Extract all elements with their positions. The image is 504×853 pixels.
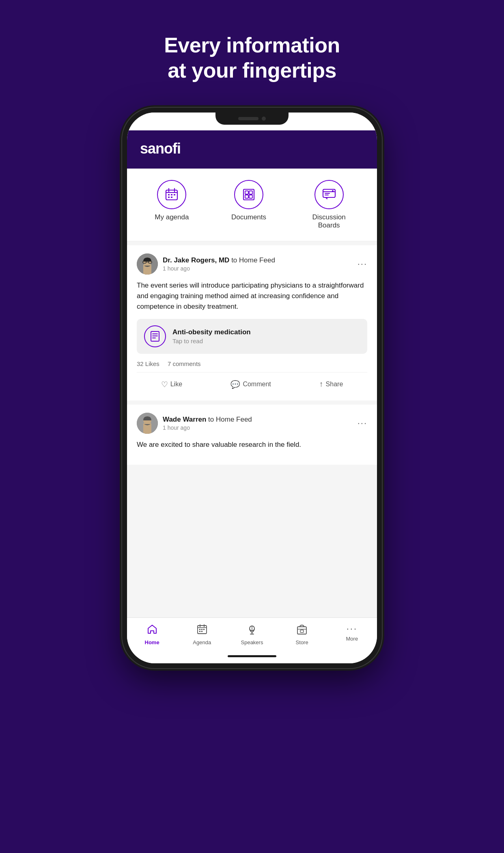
nav-store-label: Store <box>296 639 308 645</box>
like-label: Like <box>170 381 182 388</box>
svg-rect-39 <box>203 629 205 630</box>
nav-speakers-label: Speakers <box>241 639 263 645</box>
svg-rect-26 <box>151 331 159 341</box>
svg-rect-45 <box>297 627 306 634</box>
front-camera <box>262 117 266 121</box>
svg-rect-8 <box>171 197 172 198</box>
svg-rect-12 <box>245 195 248 198</box>
store-icon <box>296 624 308 638</box>
share-button[interactable]: ↑ Share <box>313 377 349 392</box>
status-bar <box>127 113 377 130</box>
svg-rect-4 <box>168 194 170 195</box>
discussion-boards-icon <box>314 180 344 209</box>
post-header-1: Dr. Jake Rogers, MD to Home Feed 1 hour … <box>137 253 367 275</box>
scroll-area[interactable]: My agenda <box>127 169 377 617</box>
comment-button[interactable]: 💬 Comment <box>224 377 277 392</box>
likes-count: 32 Likes <box>137 360 159 367</box>
post-actions-1: ♡ Like 💬 Comment ↑ Share <box>137 377 367 392</box>
quick-link-discussion-boards[interactable]: Discussion Boards <box>309 180 349 229</box>
notch <box>215 113 289 125</box>
svg-rect-47 <box>300 630 304 632</box>
post-stats-1: 32 Likes 7 comments <box>137 360 367 372</box>
post-header-2: Wade Warren to Home Feed 1 hour ago ··· <box>137 413 367 434</box>
app-logo: sanofi <box>140 140 364 157</box>
post-author-name-2: Wade Warren to Home Feed <box>163 416 252 424</box>
avatar-wade <box>137 413 158 434</box>
post-author-info-2: Wade Warren to Home Feed 1 hour ago <box>137 413 252 434</box>
share-label: Share <box>326 381 343 388</box>
doc-subtitle: Tap to read <box>172 338 251 344</box>
avatar-dr-jake <box>137 253 158 275</box>
like-button[interactable]: ♡ Like <box>155 377 189 392</box>
nav-more-label: More <box>346 636 358 642</box>
post-destination-1: to Home Feed <box>231 256 275 264</box>
quick-link-my-agenda[interactable]: My agenda <box>155 180 189 229</box>
svg-rect-22 <box>143 264 151 275</box>
home-icon <box>146 624 158 638</box>
svg-rect-37 <box>199 629 200 630</box>
comment-icon: 💬 <box>230 380 240 389</box>
home-bar <box>228 655 276 657</box>
doc-title: Anti-obesity medication <box>172 328 251 336</box>
post-card-1: Dr. Jake Rogers, MD to Home Feed 1 hour … <box>127 245 377 401</box>
documents-icon <box>234 180 263 209</box>
post-body-2: We are excited to share valuable researc… <box>137 439 367 450</box>
more-icon: ··· <box>347 624 358 634</box>
app-header: sanofi <box>127 130 377 169</box>
agenda-icon <box>196 624 208 638</box>
nav-speakers[interactable]: Speakers <box>236 622 268 647</box>
home-indicator <box>127 649 377 663</box>
my-agenda-label: My agenda <box>155 213 189 221</box>
post-card-2: Wade Warren to Home Feed 1 hour ago ··· … <box>127 405 377 465</box>
quick-links-card: My agenda <box>127 169 377 241</box>
svg-rect-10 <box>245 191 248 194</box>
nav-agenda-label: Agenda <box>193 639 211 645</box>
heart-icon: ♡ <box>161 380 168 389</box>
svg-rect-7 <box>168 197 170 198</box>
svg-rect-11 <box>249 191 252 194</box>
phone-mockup: sanofi <box>122 108 382 668</box>
hero-text: Every information at your fingertips <box>164 32 340 83</box>
svg-rect-38 <box>201 629 202 630</box>
svg-rect-40 <box>199 631 200 632</box>
nav-agenda[interactable]: Agenda <box>186 622 218 647</box>
post-time-1: 1 hour ago <box>163 265 275 272</box>
doc-preview-icon <box>144 325 166 347</box>
speakers-icon <box>246 624 258 638</box>
speaker-grill <box>238 117 258 120</box>
comment-label: Comment <box>243 381 271 388</box>
post-menu-1[interactable]: ··· <box>358 259 367 269</box>
svg-rect-6 <box>174 194 175 195</box>
doc-preview-1[interactable]: Anti-obesity medication Tap to read <box>137 319 367 354</box>
svg-rect-41 <box>201 631 202 632</box>
post-destination-2: to Home Feed <box>208 416 252 423</box>
svg-rect-5 <box>171 194 172 195</box>
quick-link-documents[interactable]: Documents <box>231 180 266 229</box>
documents-label: Documents <box>231 213 266 221</box>
post-author-info-1: Dr. Jake Rogers, MD to Home Feed 1 hour … <box>137 253 275 275</box>
nav-home[interactable]: Home <box>136 622 168 647</box>
post-author-name-1: Dr. Jake Rogers, MD to Home Feed <box>163 256 275 264</box>
discussion-boards-label: Discussion Boards <box>309 213 349 229</box>
nav-store[interactable]: Store <box>286 622 318 647</box>
svg-rect-13 <box>249 195 252 198</box>
my-agenda-icon <box>157 180 186 209</box>
bottom-nav: Home <box>127 617 377 649</box>
post-time-2: 1 hour ago <box>163 424 252 431</box>
nav-more[interactable]: ··· More <box>336 622 368 647</box>
post-body-1: The event series will introduce particip… <box>137 280 367 312</box>
post-menu-2[interactable]: ··· <box>358 418 367 429</box>
comments-count: 7 comments <box>168 360 201 367</box>
nav-home-label: Home <box>145 639 159 645</box>
share-icon: ↑ <box>319 380 323 389</box>
